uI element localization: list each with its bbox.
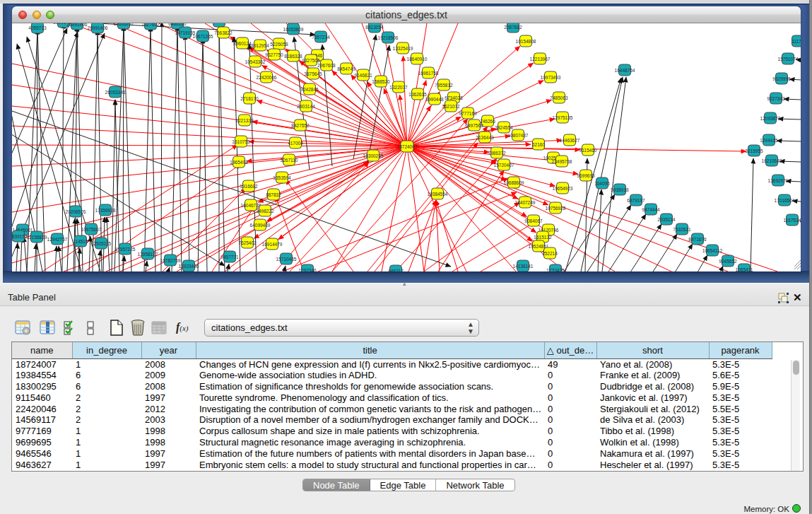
svg-text:1244415: 1244415 [760,138,778,143]
svg-text:17957225: 17957225 [115,247,136,252]
svg-text:7955812: 7955812 [435,83,453,88]
svg-text:26991406: 26991406 [67,23,88,27]
svg-text:9242845: 9242845 [300,87,319,92]
svg-text:5226058: 5226058 [270,42,288,47]
svg-text:2935114: 2935114 [658,217,676,222]
svg-text:10154808: 10154808 [516,39,536,44]
svg-text:6466160: 6466160 [168,23,187,26]
svg-text:6734028: 6734028 [445,95,463,100]
svg-text:16961758: 16961758 [418,71,439,76]
svg-text:1916682: 1916682 [240,184,258,189]
svg-text:8912954: 8912954 [251,43,269,48]
svg-text:8990448: 8990448 [425,97,444,102]
svg-text:2087682: 2087682 [504,25,522,30]
svg-text:8454749: 8454749 [337,66,355,71]
svg-text:7632621: 7632621 [673,227,691,232]
svg-text:9329996: 9329996 [772,76,791,81]
svg-text:10975667: 10975667 [81,227,102,232]
svg-text:1588520: 1588520 [372,79,390,84]
svg-text:12505115: 12505115 [91,241,112,246]
svg-text:9457771: 9457771 [220,255,239,259]
svg-text:4055713: 4055713 [28,25,47,30]
svg-text:16448754: 16448754 [615,68,635,73]
svg-text:14136141: 14136141 [513,264,534,269]
svg-text:10654112: 10654112 [702,248,723,253]
svg-text:8471676: 8471676 [688,237,707,242]
svg-text:7625402: 7625402 [238,240,257,245]
svg-text:10653267: 10653267 [114,23,134,26]
svg-text:417004: 417004 [288,141,303,146]
svg-text:8427552: 8427552 [291,123,310,128]
svg-text:18724007: 18724007 [397,144,418,149]
svg-text:946217: 946217 [388,269,404,272]
svg-text:12156829: 12156829 [27,235,47,240]
svg-text:12923446: 12923446 [179,264,199,269]
svg-text:1292346: 1292346 [298,268,317,272]
svg-text:10807487: 10807487 [508,133,529,138]
svg-text:15710485: 15710485 [276,257,297,262]
svg-text:7357234: 7357234 [312,35,330,40]
svg-text:3824554: 3824554 [495,125,513,130]
svg-text:1065411: 1065411 [736,267,753,272]
svg-text:3875645: 3875645 [304,71,322,76]
svg-text:17359928: 17359928 [95,208,116,213]
svg-text:10543362: 10543362 [245,59,266,64]
svg-text:1610755: 1610755 [232,139,250,144]
svg-text:12093873: 12093873 [760,116,781,121]
svg-text:20206576: 20206576 [66,209,86,214]
svg-text:3498222: 3498222 [256,209,274,214]
svg-text:2718170: 2718170 [240,96,259,101]
svg-text:3215955: 3215955 [745,148,763,153]
svg-text:2939153: 2939153 [12,234,28,239]
svg-text:22420046: 22420046 [257,75,277,80]
svg-text:9777169: 9777169 [459,111,477,116]
svg-text:2803144: 2803144 [297,104,315,109]
svg-text:10973493: 10973493 [541,75,561,80]
svg-text:7485063: 7485063 [550,95,568,100]
svg-text:12975135: 12975135 [553,115,573,120]
svg-text:7986372: 7986372 [488,151,506,156]
svg-text:18300295: 18300295 [363,153,384,158]
svg-text:26991406: 26991406 [88,25,108,30]
svg-text:1621072: 1621072 [442,104,460,109]
svg-text:9227343: 9227343 [767,96,785,101]
svg-text:164095: 164095 [594,181,610,186]
svg-text:19654923: 19654923 [553,186,573,191]
svg-text:6879197: 6879197 [627,198,645,203]
svg-text:1362615: 1362615 [408,92,427,97]
svg-text:26053346: 26053346 [105,90,126,95]
svg-text:5938918: 5938918 [611,187,629,192]
svg-text:10671355: 10671355 [193,34,213,39]
svg-text:9084067: 9084067 [524,218,543,223]
svg-text:252214: 252214 [542,251,558,256]
svg-text:13325419: 13325419 [393,46,413,51]
svg-text:1322037: 1322037 [389,85,408,90]
svg-text:9474444: 9474444 [642,207,660,212]
svg-text:2136443: 2136443 [476,135,494,140]
svg-text:1221339: 1221339 [235,118,254,123]
svg-text:9327750: 9327750 [265,52,283,57]
svg-text:23495758: 23495758 [552,159,572,164]
svg-text:13958127: 13958127 [138,252,158,257]
svg-text:18407249: 18407249 [515,200,536,205]
svg-text:6497568: 6497568 [465,123,483,128]
svg-text:1965493: 1965493 [230,160,248,165]
svg-text:2967608: 2967608 [317,63,336,68]
svg-text:64099489: 64099489 [250,223,271,228]
svg-text:8813054: 8813054 [365,25,384,30]
svg-text:17016504: 17016504 [775,198,795,203]
svg-text:1733426: 1733426 [546,268,565,272]
svg-text:62160: 62160 [532,142,545,147]
svg-text:3267110: 3267110 [281,158,298,163]
svg-text:19384554: 19384554 [428,192,448,197]
svg-text:18640910: 18640910 [407,57,428,62]
svg-text:13692971: 13692971 [768,178,789,183]
svg-text:15751074: 15751074 [778,57,799,62]
svg-text:887832: 887832 [266,192,281,197]
svg-text:1615132: 1615132 [534,235,552,240]
svg-text:10688609: 10688609 [504,180,524,185]
svg-text:1327602: 1327602 [141,23,160,27]
svg-text:7515526: 7515526 [210,23,228,24]
svg-text:12213967: 12213967 [530,57,551,62]
svg-text:9245652: 9245652 [719,259,737,264]
